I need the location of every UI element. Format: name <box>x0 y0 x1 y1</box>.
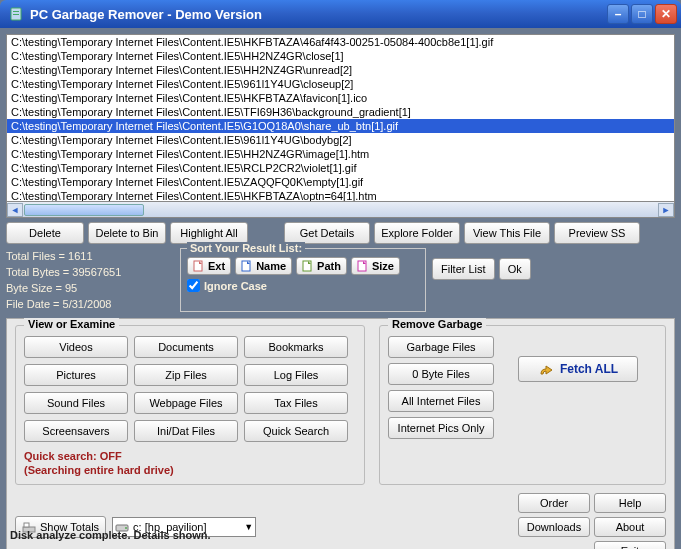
view-examine-group: View or Examine Videos Documents Bookmar… <box>15 325 365 485</box>
internet-pics-only-button[interactable]: Internet Pics Only <box>388 417 494 439</box>
zero-byte-files-button[interactable]: 0 Byte Files <box>388 363 494 385</box>
filter-list-button[interactable]: Filter List <box>432 258 495 280</box>
titlebar: PC Garbage Remover - Demo Version – □ ✕ <box>0 0 681 28</box>
sound-files-button[interactable]: Sound Files <box>24 392 128 414</box>
quick-search-button[interactable]: Quick Search <box>244 420 348 442</box>
sort-path-button[interactable]: Path <box>296 257 347 275</box>
file-row[interactable]: C:\testing\Temporary Internet Files\Cont… <box>7 105 674 119</box>
app-icon <box>8 6 24 22</box>
remove-legend: Remove Garbage <box>388 318 486 330</box>
filter-ok-button[interactable]: Ok <box>499 258 531 280</box>
ignore-case-checkbox[interactable] <box>187 279 200 292</box>
stats-panel: Total Files = 1611 Total Bytes = 3956765… <box>6 248 174 312</box>
garbage-files-button[interactable]: Garbage Files <box>388 336 494 358</box>
minimize-button[interactable]: – <box>607 4 629 24</box>
pictures-button[interactable]: Pictures <box>24 364 128 386</box>
all-internet-files-button[interactable]: All Internet Files <box>388 390 494 412</box>
svg-rect-8 <box>24 523 29 527</box>
view-legend: View or Examine <box>24 318 119 330</box>
downloads-button[interactable]: Downloads <box>518 517 590 537</box>
status-text: Disk analyze complete. Details shown. <box>10 529 211 541</box>
inidat-files-button[interactable]: Ini/Dat Files <box>134 420 238 442</box>
log-files-button[interactable]: Log Files <box>244 364 348 386</box>
fetch-icon <box>538 361 554 377</box>
screensavers-button[interactable]: Screensavers <box>24 420 128 442</box>
about-button[interactable]: About <box>594 517 666 537</box>
file-row[interactable]: C:\testing\Temporary Internet Files\Cont… <box>7 189 674 202</box>
sort-legend: Sort Your Result List: <box>187 242 305 254</box>
remove-garbage-group: Remove Garbage Garbage Files 0 Byte File… <box>379 325 666 485</box>
file-date: File Date = 5/31/2008 <box>6 296 174 312</box>
file-row[interactable]: C:\testing\Temporary Internet Files\Cont… <box>7 49 674 63</box>
highlight-all-button[interactable]: Highlight All <box>170 222 248 244</box>
tax-files-button[interactable]: Tax Files <box>244 392 348 414</box>
file-row[interactable]: C:\testing\Temporary Internet Files\Cont… <box>7 119 674 133</box>
maximize-button[interactable]: □ <box>631 4 653 24</box>
webpage-files-button[interactable]: Webpage Files <box>134 392 238 414</box>
zip-files-button[interactable]: Zip Files <box>134 364 238 386</box>
videos-button[interactable]: Videos <box>24 336 128 358</box>
file-row[interactable]: C:\testing\Temporary Internet Files\Cont… <box>7 133 674 147</box>
delete-button[interactable]: Delete <box>6 222 84 244</box>
explore-folder-button[interactable]: Explore Folder <box>374 222 460 244</box>
fetch-all-button[interactable]: Fetch ALL <box>518 356 638 382</box>
quick-search-status: Quick search: OFF <box>24 450 356 462</box>
view-this-file-button[interactable]: View This File <box>464 222 550 244</box>
sort-ext-button[interactable]: Ext <box>187 257 231 275</box>
file-row[interactable]: C:\testing\Temporary Internet Files\Cont… <box>7 63 674 77</box>
svg-rect-2 <box>13 14 19 15</box>
svg-rect-4 <box>242 261 250 271</box>
svg-rect-3 <box>194 261 202 271</box>
documents-button[interactable]: Documents <box>134 336 238 358</box>
quick-search-scope: (Searching entire hard drive) <box>24 464 356 476</box>
file-row[interactable]: C:\testing\Temporary Internet Files\Cont… <box>7 175 674 189</box>
scroll-left-arrow[interactable]: ◄ <box>7 203 23 217</box>
file-row[interactable]: C:\testing\Temporary Internet Files\Cont… <box>7 77 674 91</box>
total-bytes: Total Bytes = 39567651 <box>6 264 174 280</box>
file-row[interactable]: C:\testing\Temporary Internet Files\Cont… <box>7 147 674 161</box>
svg-rect-1 <box>13 11 19 12</box>
get-details-button[interactable]: Get Details <box>284 222 370 244</box>
dropdown-arrow-icon: ▼ <box>244 522 253 532</box>
preview-ss-button[interactable]: Preview SS <box>554 222 640 244</box>
close-button[interactable]: ✕ <box>655 4 677 24</box>
sort-group: Sort Your Result List: Ext Name Path Siz… <box>180 248 426 312</box>
sort-name-button[interactable]: Name <box>235 257 292 275</box>
total-files: Total Files = 1611 <box>6 248 174 264</box>
file-row[interactable]: C:\testing\Temporary Internet Files\Cont… <box>7 35 674 49</box>
exit-button[interactable]: Exit <box>594 541 666 549</box>
file-list[interactable]: C:\testing\Temporary Internet Files\Cont… <box>6 34 675 202</box>
ignore-case-label[interactable]: Ignore Case <box>187 279 419 292</box>
scroll-right-arrow[interactable]: ► <box>658 203 674 217</box>
byte-size: Byte Size = 95 <box>6 280 174 296</box>
delete-to-bin-button[interactable]: Delete to Bin <box>88 222 166 244</box>
help-button[interactable]: Help <box>594 493 666 513</box>
scroll-thumb[interactable] <box>24 204 144 216</box>
sort-size-button[interactable]: Size <box>351 257 400 275</box>
file-row[interactable]: C:\testing\Temporary Internet Files\Cont… <box>7 91 674 105</box>
bookmarks-button[interactable]: Bookmarks <box>244 336 348 358</box>
svg-rect-6 <box>358 261 366 271</box>
file-row[interactable]: C:\testing\Temporary Internet Files\Cont… <box>7 161 674 175</box>
window-title: PC Garbage Remover - Demo Version <box>30 7 605 22</box>
horizontal-scrollbar[interactable]: ◄ ► <box>6 202 675 218</box>
order-button[interactable]: Order <box>518 493 590 513</box>
svg-rect-5 <box>303 261 311 271</box>
